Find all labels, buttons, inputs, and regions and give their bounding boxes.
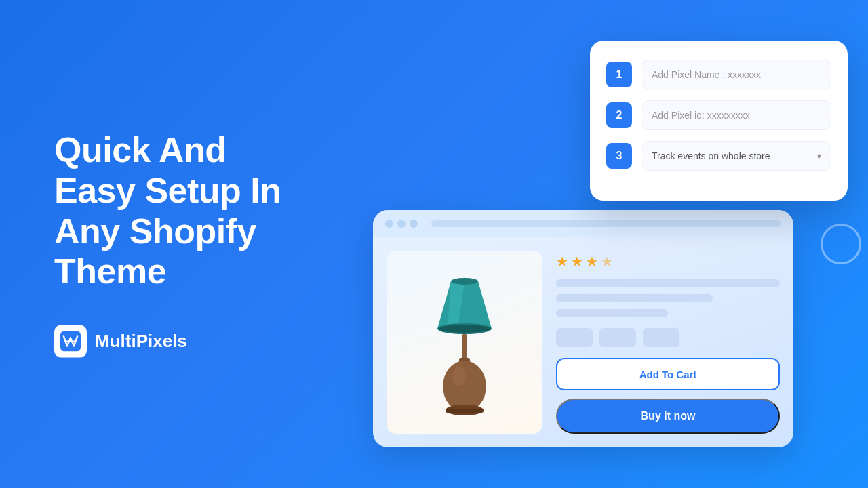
product-image	[387, 251, 542, 434]
step-input-3[interactable]: Track events on whole store ▾	[642, 141, 831, 171]
setup-card: 1 Add Pixel Name : xxxxxxx 2 Add Pixel i…	[590, 41, 848, 201]
product-line-1	[556, 279, 780, 287]
svg-point-3	[439, 325, 490, 333]
svg-rect-4	[462, 334, 467, 361]
star-3: ★	[586, 253, 598, 270]
variant-btn-3[interactable]	[643, 328, 679, 347]
brand-name: MultiPixels	[95, 331, 187, 352]
product-card: ★ ★ ★ ★ Ad	[373, 210, 793, 447]
product-line-3	[556, 309, 668, 317]
star-1: ★	[556, 253, 568, 270]
product-lines	[556, 279, 780, 317]
setup-step-2: 2 Add Pixel id: xxxxxxxxx	[606, 100, 831, 130]
svg-point-7	[452, 367, 466, 386]
star-2: ★	[571, 253, 583, 270]
brand-name-bold: Pixels	[136, 331, 187, 351]
browser-bar	[373, 210, 793, 237]
product-line-2	[556, 294, 713, 302]
step-input-2[interactable]: Add Pixel id: xxxxxxxxx	[642, 100, 831, 130]
browser-dot-3	[410, 220, 418, 228]
headline: Quick And Easy Setup In Any Shopify Them…	[54, 130, 312, 292]
browser-dot-1	[385, 220, 393, 228]
setup-step-3: 3 Track events on whole store ▾	[606, 141, 831, 171]
chevron-down-icon: ▾	[817, 151, 821, 161]
svg-point-6	[443, 361, 486, 412]
decorative-circle	[821, 224, 861, 264]
brand-container: MultiPixels	[54, 325, 312, 358]
star-half: ★	[601, 253, 613, 270]
lamp-svg	[403, 261, 526, 424]
variant-btn-2[interactable]	[599, 328, 636, 347]
step-input-1[interactable]: Add Pixel Name : xxxxxxx	[642, 60, 831, 89]
browser-dot-2	[397, 220, 406, 228]
variant-buttons	[556, 328, 780, 347]
product-content: ★ ★ ★ ★ Ad	[373, 237, 793, 447]
brand-name-regular: Multi	[95, 331, 136, 351]
step-number-3: 3	[606, 143, 632, 169]
svg-rect-9	[446, 409, 484, 413]
right-content: 1 Add Pixel Name : xxxxxxx 2 Add Pixel i…	[373, 41, 848, 447]
stars-container: ★ ★ ★ ★	[556, 253, 780, 270]
browser-dots	[385, 220, 418, 228]
setup-step-1: 1 Add Pixel Name : xxxxxxx	[606, 60, 831, 89]
left-content: Quick And Easy Setup In Any Shopify Them…	[54, 130, 312, 357]
variant-btn-1[interactable]	[556, 328, 593, 347]
step-number-2: 2	[606, 102, 632, 128]
svg-point-1	[451, 278, 478, 285]
add-to-cart-button[interactable]: Add To Cart	[556, 358, 780, 390]
buy-now-button[interactable]: Buy it now	[556, 399, 780, 434]
browser-address-bar	[431, 220, 781, 227]
product-info: ★ ★ ★ ★ Ad	[556, 251, 780, 434]
brand-logo	[54, 325, 87, 358]
step-number-1: 1	[606, 62, 632, 87]
